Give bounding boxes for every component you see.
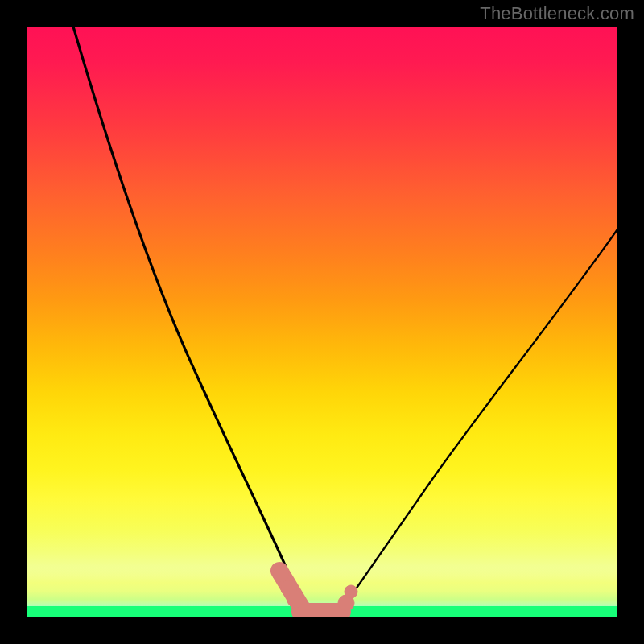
marker-right-2 <box>345 585 357 598</box>
marker-left-3 <box>287 592 303 608</box>
curves-layer <box>27 27 617 617</box>
marker-left-1 <box>273 566 289 582</box>
chart-outer-frame: TheBottleneck.com <box>0 0 644 644</box>
right-curve <box>346 229 617 603</box>
watermark-text: TheBottleneck.com <box>480 3 634 24</box>
left-curve <box>73 27 313 616</box>
plot-area <box>27 27 617 617</box>
